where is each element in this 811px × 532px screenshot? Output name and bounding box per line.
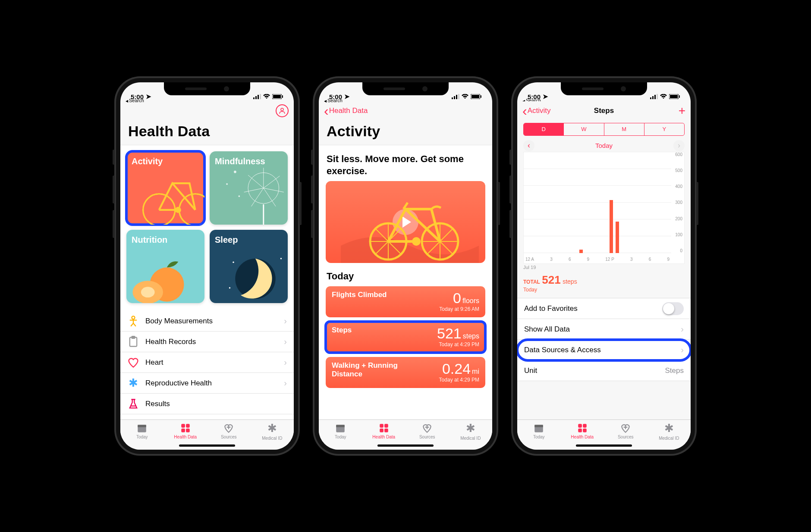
row-health-records[interactable]: Health Records› [120,332,294,352]
svg-rect-68 [652,96,654,99]
tab-sources[interactable]: Sources [406,420,449,442]
svg-rect-62 [336,425,345,427]
battery-icon [669,93,680,100]
nav-bar: Health Data [319,101,492,120]
svg-point-22 [234,171,236,173]
row-label: Heart [145,358,163,367]
tab-health-data[interactable]: Health Data [362,420,406,442]
svg-rect-38 [186,424,190,428]
row-results[interactable]: Results [120,394,294,414]
today-section-label: Today [319,269,492,286]
row-show-all-data[interactable]: Show All Data› [517,319,691,340]
tab-health-data[interactable]: Health Data [561,420,604,442]
row-label: Health Records [145,338,196,346]
flask-icon [127,398,139,410]
svg-rect-67 [650,97,651,99]
chevron-icon: › [681,324,684,334]
row-heart[interactable]: Heart› [120,352,294,373]
clipboard-icon [127,336,139,348]
row-label: Add to Favorites [524,304,578,313]
svg-rect-63 [380,424,383,428]
add-button[interactable]: + [679,106,685,115]
svg-rect-43 [456,95,457,99]
tab-medical-id[interactable]: ✱Medical ID [648,420,691,442]
category-nutrition[interactable]: Nutrition [126,230,204,303]
row-data-sources-access[interactable]: Data Sources & Access› [517,340,691,360]
profile-button[interactable] [276,104,289,117]
time-range-segment[interactable]: D W M Y [523,123,685,136]
wifi-icon [462,93,468,100]
svg-rect-3 [260,94,261,99]
category-activity[interactable]: Activity [126,151,204,225]
back-to-search[interactable]: Search [324,98,343,103]
nav-bar: Activity Steps + [517,101,691,120]
svg-rect-37 [181,424,185,428]
seg-month[interactable]: M [604,123,644,135]
svg-rect-0 [253,97,255,99]
page-title: Activity [319,120,492,145]
svg-rect-5 [273,95,281,98]
svg-line-20 [248,175,264,188]
seg-week[interactable]: W [564,123,604,135]
metric-walking-running[interactable]: Walking + Running Distance 0.24mi Today … [326,357,485,388]
svg-point-12 [175,207,181,213]
back-button[interactable]: Health Data [324,106,368,115]
location-icon: ➤ [543,93,548,100]
battery-icon [471,93,482,100]
row-label: Results [145,400,170,408]
seg-year[interactable]: Y [644,123,684,135]
next-day-button[interactable]: › [673,140,685,151]
metric-steps[interactable]: Steps 521steps Today at 4:29 PM [326,322,485,353]
row-body-measurements[interactable]: Body Measurements› [120,311,294,332]
row-unit[interactable]: Unit Steps [517,360,691,381]
svg-rect-66 [384,429,388,432]
svg-rect-70 [657,94,658,99]
row-reproductive-health[interactable]: ✱ Reproductive Health› [120,373,294,394]
svg-rect-6 [282,95,283,98]
svg-rect-46 [472,95,479,98]
svg-rect-47 [481,95,481,98]
seg-day[interactable]: D [524,123,564,135]
phone-1: 5:00➤ Search Health Data Activity [114,76,300,456]
tab-health-data[interactable]: Health Data [164,420,207,442]
svg-rect-75 [535,425,544,427]
tab-today[interactable]: Today [120,420,164,442]
activity-video-card[interactable] [326,181,485,263]
svg-rect-40 [186,429,190,432]
tab-medical-id[interactable]: ✱Medical ID [251,420,294,442]
row-label: Unit [524,366,537,375]
svg-rect-39 [181,429,185,432]
svg-rect-65 [380,429,383,432]
metric-flights-climbed[interactable]: Flights Climbed 0floors Today at 9:26 AM [326,286,485,317]
tab-medical-id[interactable]: ✱Medical ID [449,420,493,442]
svg-point-32 [132,316,135,319]
svg-point-24 [238,195,240,197]
steps-chart[interactable]: 6005004003002001000 12 A36912 P369 [523,152,685,264]
svg-rect-72 [670,95,678,98]
chevron-icon: › [284,378,287,388]
home-indicator[interactable] [377,444,434,447]
tab-sources[interactable]: Sources [207,420,251,442]
person-icon [127,315,139,327]
home-indicator[interactable] [576,444,632,447]
page-title: Health Data [120,120,294,145]
svg-point-27 [141,287,155,297]
svg-rect-36 [138,425,147,427]
svg-line-15 [264,176,280,188]
tab-today[interactable]: Today [517,420,561,442]
back-button[interactable]: Activity [522,106,551,115]
category-mindfulness[interactable]: Mindfulness [210,151,288,225]
home-indicator[interactable] [179,444,235,447]
svg-line-18 [251,188,264,206]
tab-today[interactable]: Today [319,420,362,442]
back-to-search[interactable]: Search [126,98,144,103]
category-sleep[interactable]: Sleep [210,230,288,303]
wifi-icon [263,93,270,100]
svg-rect-1 [255,96,257,99]
svg-rect-42 [454,96,455,99]
svg-rect-77 [583,424,587,428]
prev-day-button[interactable]: ‹ [523,140,534,151]
row-add-to-favorites[interactable]: Add to Favorites [517,298,691,319]
tab-sources[interactable]: Sources [604,420,648,442]
favorites-switch[interactable] [662,302,684,315]
